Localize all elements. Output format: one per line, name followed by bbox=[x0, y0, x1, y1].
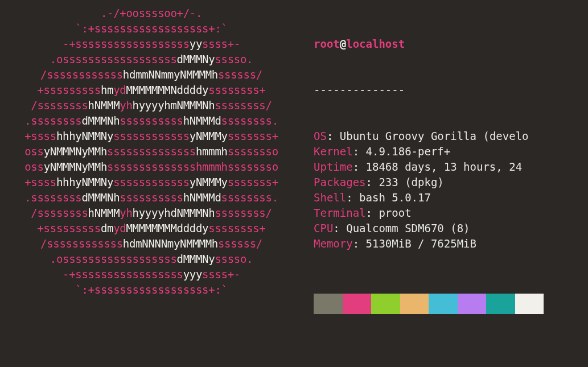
ascii-segment: dm bbox=[101, 222, 113, 234]
color-swatch bbox=[429, 294, 458, 314]
ascii-segment: ssssss/ bbox=[218, 68, 262, 81]
color-swatch bbox=[400, 294, 429, 314]
ascii-segment: hdmmNNmmyNMMMMh bbox=[123, 68, 218, 81]
ascii-segment: dMMMNy bbox=[177, 253, 215, 265]
ascii-segment: hm bbox=[101, 84, 113, 96]
ascii-segment: yy bbox=[190, 38, 202, 50]
info-value: bash 5.0.17 bbox=[353, 191, 431, 204]
ascii-segment: +ssss bbox=[24, 130, 56, 142]
ascii-segment: .ssssssss bbox=[24, 191, 81, 204]
ascii-segment: yyy bbox=[183, 268, 202, 281]
info-value: Qualcomm SDM670 (8) bbox=[340, 222, 470, 234]
ascii-segment: -+sssssssssssssssss bbox=[63, 268, 183, 281]
ascii-segment: ssssssss/ bbox=[215, 99, 272, 112]
ascii-line: +ssssssssshmydMMMMMMMNddddyssssssss+ bbox=[3, 83, 299, 98]
ascii-segment: hNMMM bbox=[88, 207, 120, 219]
ascii-segment: dMMMNh bbox=[81, 191, 120, 204]
info-label: CPU bbox=[314, 222, 333, 234]
ascii-segment: ssssssss+ bbox=[208, 222, 265, 234]
ascii-segment: /ssssssss bbox=[31, 207, 88, 219]
ascii-segment: hyyyyhmNMMMNh bbox=[133, 99, 215, 112]
info-value: Ubuntu Groovy Gorilla (develo bbox=[333, 130, 528, 142]
ascii-segment: ssssssssss bbox=[120, 114, 183, 127]
color-swatch bbox=[458, 294, 487, 314]
ascii-line: .ossssssssssssssssssdMMMNysssso. bbox=[3, 52, 299, 67]
info-label: Packages bbox=[314, 176, 366, 188]
ascii-segment: sssssss+ bbox=[228, 130, 278, 142]
ascii-segment: ssssssss+ bbox=[208, 84, 265, 96]
info-colon: : bbox=[333, 222, 339, 234]
info-label: Uptime bbox=[314, 160, 353, 173]
ascii-segment: MMMMMMMNddddy bbox=[126, 84, 208, 96]
ascii-line: .ssssssssdMMMNhsssssssssshNMMMdssssssss. bbox=[3, 190, 299, 205]
info-row: Kernel: 4.9.186-perf+ bbox=[314, 144, 588, 159]
ascii-segment: dMMMNy bbox=[177, 53, 215, 65]
info-value: proot bbox=[372, 207, 412, 219]
ascii-segment: +sssssssss bbox=[37, 222, 100, 234]
ascii-segment: ssssssss/ bbox=[215, 207, 272, 219]
ascii-segment: ssssssssssss bbox=[113, 176, 190, 188]
ascii-line: /sssssssssssshdmmNNmmyNMMMMhssssss/ bbox=[3, 67, 299, 83]
ascii-segment: yNMMMNyMMh bbox=[44, 145, 107, 158]
ascii-segment: ssssss/ bbox=[218, 237, 262, 250]
info-value: 233 (dpkg) bbox=[372, 176, 444, 188]
ascii-segment: ssss+- bbox=[202, 38, 240, 50]
color-swatch-row bbox=[314, 294, 588, 314]
info-list: OS: Ubuntu Groovy Gorilla (develoKernel:… bbox=[314, 129, 588, 251]
system-info-panel: root@localhost -------------- OS: Ubuntu… bbox=[299, 0, 588, 367]
ascii-segment: +ssss bbox=[24, 176, 56, 188]
ascii-segment: sssso. bbox=[215, 53, 253, 65]
ascii-segment: ssssssssssssss bbox=[107, 145, 196, 158]
ascii-line: ossyNMMMNyMMhsssssssssssssshmmmhssssssso bbox=[3, 144, 299, 159]
ascii-segment: hhhyNMMNy bbox=[56, 130, 113, 142]
info-colon: : bbox=[366, 176, 372, 188]
color-swatch bbox=[371, 294, 400, 314]
info-value: 5130MiB / 7625MiB bbox=[359, 237, 476, 250]
info-row: Packages: 233 (dpkg) bbox=[314, 175, 588, 190]
ascii-line: -+ssssssssssssssssssyyssss+- bbox=[3, 36, 299, 52]
info-row: Shell: bash 5.0.17 bbox=[314, 190, 588, 205]
ascii-segment: yd bbox=[113, 222, 126, 234]
divider-line: -------------- bbox=[314, 83, 588, 98]
ascii-line: /sssssssssssshdmNNNNmyNMMMMhssssss/ bbox=[3, 236, 299, 251]
ascii-segment: .ossssssssssssssssss bbox=[50, 253, 177, 265]
ascii-segment: oss bbox=[24, 145, 43, 158]
info-label: Memory bbox=[314, 237, 353, 250]
host-name: localhost bbox=[346, 38, 405, 50]
ascii-line: +sssshhhyNMMNyssssssssssssyNMMMysssssss+ bbox=[3, 175, 299, 190]
ascii-segment: yNMMMNyMMh bbox=[44, 160, 107, 173]
ascii-segment: ssssssssss bbox=[120, 191, 183, 204]
info-row: Terminal: proot bbox=[314, 205, 588, 221]
info-row: OS: Ubuntu Groovy Gorilla (develo bbox=[314, 129, 588, 144]
ascii-segment: ssssssss. bbox=[221, 114, 278, 127]
info-row: Memory: 5130MiB / 7625MiB bbox=[314, 236, 588, 251]
ascii-segment: hhhyNMMNy bbox=[56, 176, 113, 188]
ascii-line: /sssssssshNMMMyhhyyyyhmNMMMNhssssssss/ bbox=[3, 98, 299, 113]
ascii-segment: hNMMMd bbox=[183, 191, 221, 204]
info-row: CPU: Qualcomm SDM670 (8) bbox=[314, 221, 588, 236]
ascii-segment: yNMMMy bbox=[190, 130, 228, 142]
ascii-line: `:+ssssssssssssssssss+:` bbox=[3, 21, 299, 36]
ascii-segment: .-/+oossssoo+/-. bbox=[101, 7, 202, 19]
info-label: Kernel bbox=[314, 145, 353, 158]
ascii-segment: yh bbox=[120, 99, 132, 112]
ascii-line: `:+ssssssssssssssssss+:` bbox=[3, 282, 299, 298]
ascii-segment: `:+ssssssssssssssssss+:` bbox=[75, 22, 227, 35]
info-value: 18468 days, 13 hours, 24 bbox=[359, 160, 522, 173]
info-label: OS bbox=[314, 130, 327, 142]
color-swatch bbox=[314, 294, 343, 314]
ascii-segment: /ssssssssssss bbox=[40, 68, 123, 81]
ascii-segment: sssso. bbox=[215, 253, 253, 265]
ascii-segment: hdmNNNNmyNMMMMh bbox=[123, 237, 218, 250]
user-host-line: root@localhost bbox=[314, 36, 588, 52]
ascii-segment: hmmmh bbox=[196, 145, 228, 158]
ascii-segment: dMMMNh bbox=[81, 114, 120, 127]
info-colon: : bbox=[353, 160, 359, 173]
info-colon: : bbox=[327, 130, 333, 142]
ascii-segment: ssssssss. bbox=[221, 191, 278, 204]
ascii-art-panel: .-/+oossssoo+/-.`:+ssssssssssssssssss+:`… bbox=[0, 0, 299, 367]
color-swatch bbox=[486, 294, 515, 314]
ascii-segment: .ossssssssssssssssss bbox=[50, 53, 177, 65]
info-label: Shell bbox=[314, 191, 346, 204]
ascii-line: +sssssssssdmydMMMMMMMMddddyssssssss+ bbox=[3, 221, 299, 236]
